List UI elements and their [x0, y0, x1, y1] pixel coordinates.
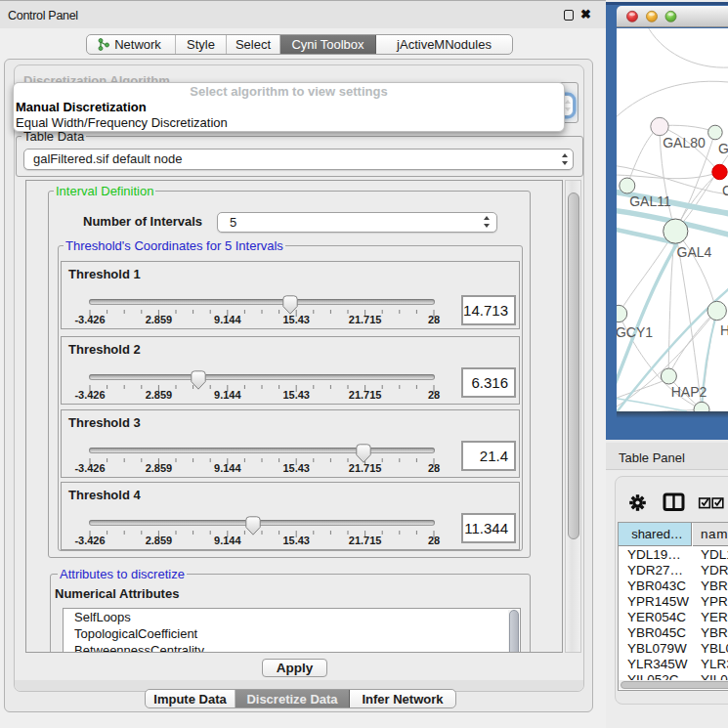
- svg-text:GAL4: GAL4: [677, 244, 712, 260]
- svg-text:GAL80: GAL80: [718, 141, 728, 156]
- svg-text:GAL11: GAL11: [629, 193, 671, 209]
- svg-text:HAP2: HAP2: [671, 384, 707, 400]
- svg-text:GCY1: GCY1: [617, 324, 653, 340]
- svg-text:HA: HA: [720, 322, 728, 338]
- svg-text:GAL80: GAL80: [663, 135, 706, 150]
- svg-text:CD: CD: [722, 183, 728, 198]
